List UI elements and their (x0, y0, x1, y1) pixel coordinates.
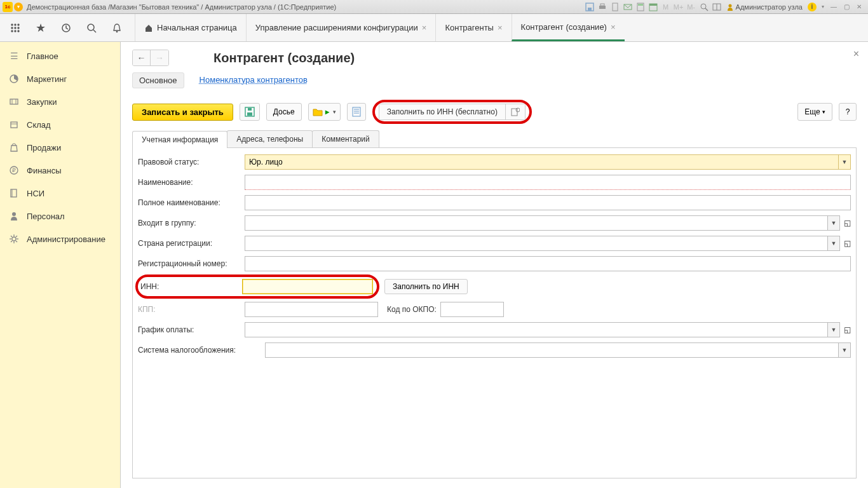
sidebar-item-admin[interactable]: Администрирование (0, 227, 120, 250)
dossier-button[interactable]: Досье (266, 103, 302, 121)
nav-forward-button[interactable]: → (151, 50, 168, 65)
sidebar: ☰Главное Маркетинг Закупки Склад Продажи… (0, 42, 121, 488)
highlight-fill-inn-free: Заполнить по ИНН (бесплатно) (372, 100, 532, 124)
tb-print-icon[interactable] (597, 2, 608, 12)
chevron-down-icon[interactable]: ▼ (827, 322, 840, 337)
box-icon (8, 118, 20, 131)
svg-line-26 (93, 30, 96, 32)
sidebar-item-sales[interactable]: Продажи (0, 136, 120, 159)
inn-field[interactable] (242, 279, 373, 294)
full-name-field[interactable] (245, 195, 851, 210)
formtab-info[interactable]: Учетная информация (132, 131, 227, 148)
svg-point-10 (701, 4, 706, 9)
tab-home[interactable]: Начальная страница (135, 14, 246, 41)
close-button[interactable]: ✕ (853, 2, 865, 12)
minimize-button[interactable]: — (828, 2, 839, 12)
svg-line-47 (16, 236, 17, 237)
user-icon[interactable]: Администратор узла (724, 2, 805, 12)
tab-contractors[interactable]: Контрагенты × (435, 14, 511, 41)
history-icon[interactable] (56, 18, 76, 38)
sidebar-item-main[interactable]: ☰Главное (0, 44, 120, 67)
tb-calc-icon[interactable] (635, 2, 646, 12)
page-close-icon[interactable]: × (853, 48, 859, 60)
chevron-down-icon[interactable]: ▼ (838, 342, 851, 358)
tb-mail-icon[interactable] (622, 2, 634, 12)
formtab-address[interactable]: Адреса, телефоны (227, 130, 313, 147)
fill-inn-free-button[interactable]: Заполнить по ИНН (бесплатно) (379, 104, 505, 119)
tab-label: Контрагенты (445, 23, 494, 32)
tab-contractor-create[interactable]: Контрагент (создание) × (512, 14, 625, 41)
help-button[interactable]: ? (839, 103, 857, 121)
chevron-down-icon[interactable]: ▼ (838, 154, 851, 170)
menu-icon: ☰ (8, 50, 20, 62)
tab-extensions[interactable]: Управление расширениями конфигурации × (246, 14, 436, 41)
book-icon (8, 187, 20, 200)
close-icon[interactable]: × (611, 22, 616, 32)
fill-inn-button[interactable]: Заполнить по ИНН (384, 279, 468, 294)
fill-inn-icon[interactable] (505, 104, 525, 119)
open-icon[interactable]: ◱ (844, 219, 851, 227)
chevron-down-icon[interactable]: ▼ (827, 236, 840, 251)
svg-line-44 (11, 236, 12, 237)
svg-rect-4 (613, 3, 618, 11)
subnav-main[interactable]: Основное (132, 72, 184, 88)
sidebar-item-warehouse[interactable]: Склад (0, 113, 120, 136)
reg-num-label: Регистрационный номер: (138, 259, 245, 268)
apps-icon[interactable] (5, 18, 25, 38)
tb-calendar-icon[interactable] (648, 2, 659, 12)
svg-line-46 (11, 241, 12, 242)
content-area: × ← → Контрагент (создание) Основное Ном… (121, 42, 868, 488)
tab-label: Управление расширениями конфигурации (255, 23, 418, 32)
titlebar-dropdown[interactable]: ▾ (14, 3, 23, 11)
folder-dropdown[interactable]: ▸▾ (308, 103, 341, 121)
sidebar-item-marketing[interactable]: Маркетинг (0, 67, 120, 90)
country-field[interactable] (245, 236, 827, 251)
sidebar-item-purchases[interactable]: Закупки (0, 90, 120, 113)
tb-doc-icon[interactable] (609, 2, 621, 12)
m-minus[interactable]: M- (686, 2, 697, 12)
m-plus[interactable]: M+ (673, 2, 684, 12)
nav-back-button[interactable]: ← (133, 50, 151, 65)
svg-rect-36 (11, 189, 17, 197)
panels-icon[interactable] (711, 2, 722, 12)
kpp-field[interactable] (245, 302, 378, 317)
chevron-down-icon[interactable]: ▼ (827, 215, 840, 231)
star-icon[interactable]: ★ (31, 18, 51, 38)
close-icon[interactable]: × (498, 23, 503, 32)
form-body: Правовой статус: ▼ Наименование: Полное … (132, 148, 857, 478)
sidebar-item-nsi[interactable]: НСИ (0, 182, 120, 205)
reg-num-field[interactable] (245, 256, 851, 271)
list-button[interactable] (347, 103, 366, 121)
info-dropdown[interactable]: ▾ (819, 2, 827, 12)
svg-line-45 (16, 241, 17, 242)
bell-icon[interactable] (107, 18, 127, 38)
info-icon[interactable]: i (806, 2, 818, 12)
svg-rect-7 (638, 4, 643, 6)
tb-save-icon[interactable] (584, 2, 595, 12)
maximize-button[interactable]: ▢ (841, 2, 852, 12)
save-close-button[interactable]: Записать и закрыть (132, 104, 233, 121)
inn-label: ИНН: (140, 282, 242, 291)
group-field[interactable] (245, 215, 827, 231)
subnav-nomenclature[interactable]: Номенклатура контрагентов (193, 72, 314, 88)
formtab-comment[interactable]: Комментарий (312, 130, 379, 147)
sidebar-item-personnel[interactable]: Персонал (0, 205, 120, 227)
svg-point-19 (14, 27, 16, 29)
payment-field[interactable] (245, 322, 827, 337)
open-icon[interactable]: ◱ (844, 239, 851, 248)
name-field[interactable] (245, 175, 851, 190)
m-indicator[interactable]: M (660, 2, 672, 12)
svg-point-17 (17, 24, 19, 25)
tab-home-label: Начальная страница (157, 23, 237, 32)
sidebar-item-finances[interactable]: ₽Финансы (0, 159, 120, 182)
more-button[interactable]: Еще ▾ (797, 103, 832, 121)
svg-point-18 (11, 27, 13, 29)
zoom-icon[interactable] (698, 2, 710, 12)
legal-status-field[interactable] (245, 154, 838, 170)
save-button[interactable] (240, 103, 260, 121)
okpo-field[interactable] (440, 302, 504, 317)
search-icon[interactable] (81, 18, 102, 38)
tax-field[interactable] (265, 342, 838, 358)
open-icon[interactable]: ◱ (844, 325, 851, 334)
close-icon[interactable]: × (422, 23, 427, 32)
